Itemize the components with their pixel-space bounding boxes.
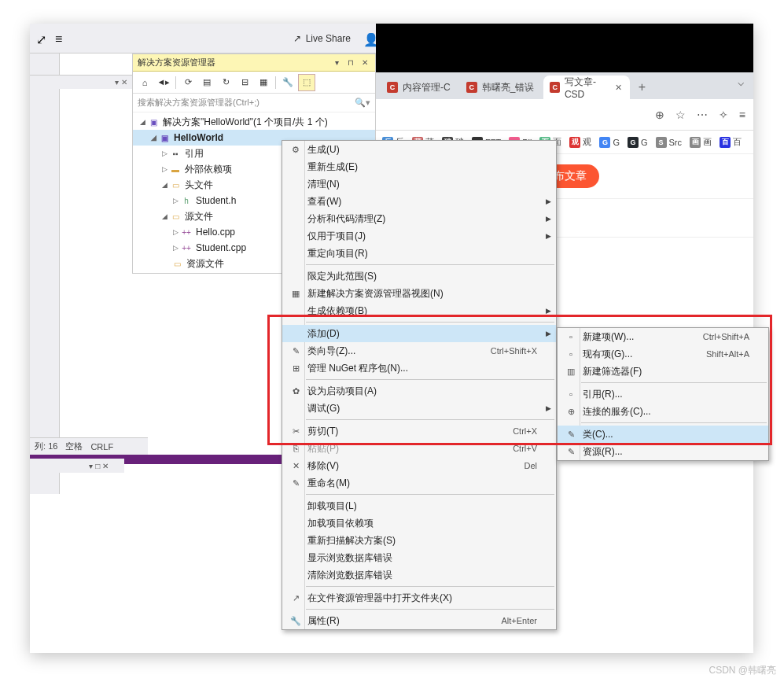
watermark: CSDN @韩曙亮 xyxy=(709,664,776,677)
browser-tabs: C内容管理-C C韩曙亮_错误 C写文章-CSD✕ + xyxy=(376,72,753,99)
collapse-icon[interactable]: ⊟ xyxy=(236,74,253,91)
solution-search-box[interactable]: 搜索解决方案资源管理器(Ctrl+;) 🔍▾ xyxy=(133,94,375,112)
panel-footer xyxy=(30,459,124,473)
menu-item[interactable]: 限定为此范围(S) xyxy=(282,267,556,285)
menu-item[interactable]: 生成依赖项(B)▶ xyxy=(282,302,556,319)
menu-item[interactable]: 分析和代码清理(Z)▶ xyxy=(282,210,556,227)
menu-icon[interactable]: ≡ xyxy=(55,32,68,45)
menu-item[interactable]: 重定向项目(R) xyxy=(282,245,556,262)
submenu-item[interactable]: ✎类(C)... xyxy=(558,426,768,443)
menu-item[interactable]: ⚙生成(U) xyxy=(282,141,556,158)
left-sidebar-collapsed xyxy=(30,53,60,494)
solution-node[interactable]: ◢▣解决方案"HelloWorld"(1 个项目/共 1 个) xyxy=(133,114,375,130)
menu-item[interactable]: ✕移除(V)Del xyxy=(282,457,556,474)
menu-item[interactable]: 查看(W)▶ xyxy=(282,193,556,210)
back-icon[interactable]: ◄▸ xyxy=(155,74,172,91)
menu-item[interactable]: 重新扫描解决方案(S) xyxy=(282,532,556,549)
browser-top-black xyxy=(376,24,753,72)
sync-icon[interactable]: ⟳ xyxy=(179,74,197,91)
menu-item[interactable]: 🔧属性(R)Alt+Enter xyxy=(282,612,556,629)
refresh-icon[interactable]: ↻ xyxy=(217,74,234,91)
bookmark-item[interactable]: GG xyxy=(599,137,620,148)
doc-icon[interactable]: ▤ xyxy=(198,74,215,91)
menu-item[interactable]: 添加(D)▶ xyxy=(282,325,556,342)
showall-icon[interactable]: ▦ xyxy=(255,74,272,91)
submenu-item[interactable]: ✎资源(R)... xyxy=(558,443,768,460)
bookmark-item[interactable]: 画画 xyxy=(690,136,712,148)
pin-icon[interactable]: ⊓ xyxy=(345,57,356,68)
extensions-icon[interactable]: ✧ xyxy=(719,109,728,121)
solution-explorer-title: 解决方案资源管理器 xyxy=(138,57,215,68)
menu-item[interactable]: ↗在文件资源管理器中打开文件夹(X) xyxy=(282,589,556,606)
menu-item[interactable]: 加载项目依赖项 xyxy=(282,514,556,532)
submenu-item[interactable]: ▫现有项(G)...Shift+Alt+A xyxy=(558,345,768,363)
status-spaces: 空格 xyxy=(65,441,83,452)
admin-icon[interactable]: 👤 xyxy=(363,32,376,45)
csdn-favicon-icon: C xyxy=(466,82,477,93)
project-context-menu: ⚙生成(U)重新生成(E)清理(N)查看(W)▶分析和代码清理(Z)▶仅用于项目… xyxy=(282,140,557,630)
left-panel-header xyxy=(30,75,132,89)
dropdown-icon[interactable]: ▾ xyxy=(331,57,342,68)
menu-item[interactable]: 清除浏览数据库错误 xyxy=(282,566,556,584)
menu-item[interactable]: 调试(G)▶ xyxy=(282,400,556,417)
bookmark-item[interactable]: 百百 xyxy=(720,136,742,148)
search-icon: 🔍▾ xyxy=(355,98,370,108)
close-icon[interactable]: ✕ xyxy=(359,57,370,68)
more-icon[interactable]: ⋯ xyxy=(697,109,708,121)
live-share-label: Live Share xyxy=(306,33,351,44)
csdn-favicon-icon: C xyxy=(387,82,398,93)
tab-close-icon[interactable]: ✕ xyxy=(615,83,622,93)
submenu-item[interactable]: ▥新建筛选器(F) xyxy=(558,363,768,380)
app-frame: ⤢ ≡ ↗ Live Share 👤 解决方案资源管理器 ▾ ⊓ ✕ ⌂ ◄▸ … xyxy=(30,24,753,653)
menu-item[interactable]: 显示浏览数据库错误 xyxy=(282,549,556,566)
bookmark-item[interactable]: SSrc xyxy=(656,137,683,148)
menu-item[interactable]: ▦新建解决方案资源管理器视图(N) xyxy=(282,285,556,302)
solution-explorer-toolbar: ⌂ ◄▸ ⟳ ▤ ↻ ⊟ ▦ 🔧 ⬚ xyxy=(133,72,375,94)
add-submenu: ▫新建项(W)...Ctrl+Shift+A▫现有项(G)...Shift+Al… xyxy=(557,327,769,461)
submenu-item[interactable]: ▫新建项(W)...Ctrl+Shift+A xyxy=(558,328,768,345)
home-icon[interactable]: ⌂ xyxy=(136,74,153,91)
favorite-icon[interactable]: ☆ xyxy=(675,109,686,121)
menu-item[interactable]: 卸载项目(L) xyxy=(282,497,556,514)
submenu-item[interactable]: ▫引用(R)... xyxy=(558,385,768,403)
menu-icon[interactable]: ≡ xyxy=(739,109,745,121)
menu-item[interactable]: 仅用于项目(J)▶ xyxy=(282,227,556,245)
search-placeholder: 搜索解决方案资源管理器(Ctrl+;) xyxy=(138,97,259,109)
new-tab-button[interactable]: + xyxy=(631,76,653,99)
tab-content-mgmt[interactable]: C内容管理-C xyxy=(381,76,458,99)
bookmark-item[interactable]: GG xyxy=(628,137,648,148)
bookmark-item[interactable]: 观观 xyxy=(569,136,591,148)
tab-write-article[interactable]: C写文章-CSD✕ xyxy=(543,76,630,99)
menu-item[interactable]: ✂剪切(T)Ctrl+X xyxy=(282,422,556,440)
vs-toolbar: ⤢ ≡ ↗ Live Share 👤 xyxy=(30,24,376,53)
zoom-icon[interactable]: ⊕ xyxy=(655,109,664,121)
menu-item[interactable]: 清理(N) xyxy=(282,175,556,193)
share-icon: ↗ xyxy=(293,33,301,44)
menu-item[interactable]: ✿设为启动项目(A) xyxy=(282,382,556,400)
expand-icon[interactable]: ⤢ xyxy=(36,32,49,45)
browser-toolbar: ⊕ ☆ ⋯ ✧ ≡ xyxy=(376,99,753,131)
menu-item[interactable]: ⊞管理 NuGet 程序包(N)... xyxy=(282,359,556,377)
tab-author[interactable]: C韩曙亮_错误 xyxy=(460,76,543,99)
csdn-favicon-icon: C xyxy=(550,82,560,93)
status-crlf: CRLF xyxy=(90,442,113,452)
preview-icon[interactable]: ⬚ xyxy=(298,74,315,91)
tab-overflow-icon[interactable]: ⌵ xyxy=(738,76,744,88)
menu-item[interactable]: ⎘粘贴(P)Ctrl+V xyxy=(282,440,556,457)
menu-item[interactable]: ✎重命名(M) xyxy=(282,474,556,492)
status-bar: 列: 16 空格 CRLF xyxy=(30,437,148,455)
menu-item[interactable]: ✎类向导(Z)...Ctrl+Shift+X xyxy=(282,342,556,359)
menu-item[interactable]: 重新生成(E) xyxy=(282,158,556,175)
live-share-button[interactable]: ↗ Live Share xyxy=(287,30,357,47)
properties-icon[interactable]: 🔧 xyxy=(279,74,296,91)
solution-explorer-titlebar: 解决方案资源管理器 ▾ ⊓ ✕ xyxy=(133,54,375,72)
submenu-item[interactable]: ⊕连接的服务(C)... xyxy=(558,403,768,420)
